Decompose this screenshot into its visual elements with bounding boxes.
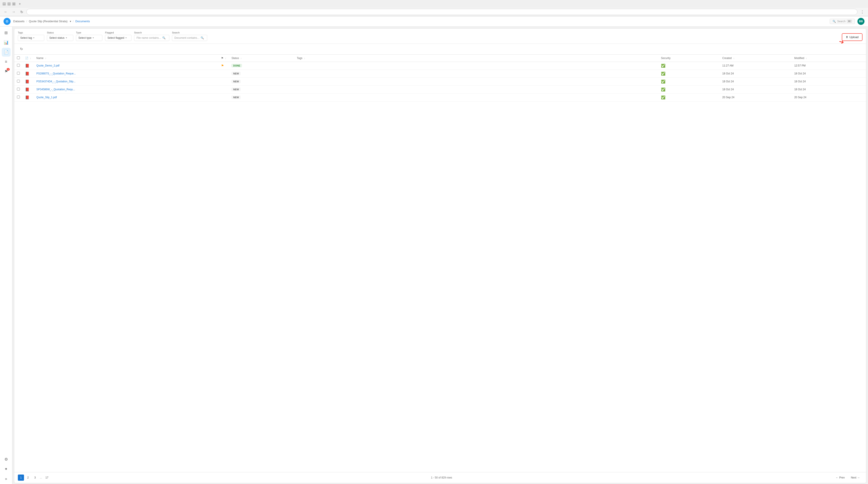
row-checkbox-0[interactable] [17,64,20,67]
security-check-4: ✅ [661,96,665,99]
status-badge-0: DONE [231,64,242,67]
file-link-4[interactable]: Quote_Slip_1.pdf [36,96,57,99]
window-minimize-btn[interactable]: — [3,2,6,5]
tags-select[interactable]: Select tag ▾ [18,35,44,41]
sparkle-icon: ✦ [4,466,8,472]
upload-button[interactable]: ⬆ Upload [842,33,863,41]
modified-date-4: 20 Sep 24 [794,96,806,99]
file-link-0[interactable]: Quote_Demo_2.pdf [36,64,59,67]
window-maximize-btn[interactable]: □ [7,2,10,5]
pagination-info: 1 - 50 of 829 rows [431,476,452,479]
status-select[interactable]: Select status ▾ [47,35,73,41]
pdf-icon-2: 📕 [25,80,30,84]
flag-col-icon: ⚑ [221,57,223,60]
status-label: Status [47,31,73,34]
sidebar-item-chart[interactable]: 📊 [2,38,10,47]
tags-select-value: Select tag [20,36,32,39]
user-avatar[interactable]: BB [858,18,865,25]
page-btn-3[interactable]: 3 [32,475,38,481]
refresh-button[interactable]: ↻ [18,46,25,53]
modified-date-3: 18 Oct 24 [794,88,806,91]
upload-label: Upload [849,35,859,39]
status-col-header[interactable]: Status ↕ [231,57,242,60]
document-search[interactable]: Document contains... 🔍 [172,35,207,41]
list-icon: ≡ [5,59,7,64]
status-filter-group: Status Select status ▾ [47,31,73,41]
sidebar-item-flag[interactable]: ⚑ 1 [2,67,10,76]
main-content-panel: Tags Select tag ▾ Status Select status ▾… [14,28,866,483]
flagged-select-value: Select flagged [107,36,124,39]
browser-menu-button[interactable]: ⋮ [859,9,865,15]
row-checkbox-4[interactable] [17,96,20,98]
sidebar-item-sparkle[interactable]: ✦ [2,465,10,474]
pdf-icon-3: 📕 [25,88,30,91]
modified-col-header[interactable]: Modified ↕ [794,57,807,60]
chart-icon: 📊 [4,40,8,45]
document-placeholder: Document contains... [175,36,199,39]
sidebar-item-settings[interactable]: ⚙ [2,455,10,464]
sidebar-item-list[interactable]: ≡ [2,58,10,66]
page-btn-1[interactable]: 1 [18,475,24,481]
breadcrumb: Datasets / Quote Slip (Residential Strat… [13,20,90,23]
breadcrumb-dropdown-btn[interactable]: ▾ [70,20,71,23]
tags-col-header[interactable]: Tags ↕ [297,57,305,60]
tags-chevron-icon: ▾ [33,36,34,39]
address-bar[interactable] [26,9,858,15]
next-page-button[interactable]: Next → [848,475,863,481]
security-check-0: ✅ [661,64,665,68]
filename-search-label: Search [134,31,169,34]
file-link-3[interactable]: SP34586W_-_Quotation_Requ... [36,88,75,91]
filetype-col-sort[interactable]: 📄 ↕ [25,57,31,60]
type-select-value: Select type [79,36,91,39]
tags-cell-2 [294,78,658,85]
type-select[interactable]: Select type ▾ [76,35,102,41]
status-select-value: Select status [49,36,64,39]
page-btn-2[interactable]: 2 [25,475,31,481]
created-date-3: 18 Oct 24 [722,88,734,91]
back-button[interactable]: ← [3,9,9,15]
modified-date-0: 12:57 PM [794,64,805,67]
document-search-group: Search Document contains... 🔍 [172,31,207,41]
security-col-header[interactable]: Security [661,57,671,60]
left-sidebar: ⊞ 📊 📄 ≡ ⚑ 1 ⚙ ✦ » [0,27,12,484]
tags-sort-icon: ↕ [304,57,305,59]
status-badge-3: NEW [231,88,241,91]
tags-cell-3 [294,85,658,93]
tags-cell-0 [294,62,658,69]
status-sort-icon: ↕ [241,57,242,59]
tags-filter-group: Tags Select tag ▾ [18,31,44,41]
select-all-checkbox[interactable] [17,56,20,59]
table-row: 📕 PS28807S_-_Quotation_Reque... NEW ✅ 18… [14,69,866,78]
new-tab-button[interactable]: + [17,1,23,7]
created-col-header[interactable]: Created ↕ [722,57,734,60]
row-checkbox-3[interactable] [17,88,20,91]
flagged-select[interactable]: Select flagged ▾ [105,35,131,41]
status-chevron-icon: ▾ [66,36,67,39]
forward-button[interactable]: → [10,9,17,15]
sidebar-item-expand[interactable]: » [2,474,10,483]
page-btn-17[interactable]: 17 [44,475,50,481]
row-checkbox-2[interactable] [17,80,20,83]
filter-bar: Tags Select tag ▾ Status Select status ▾… [14,29,866,44]
row-checkbox-1[interactable] [17,72,20,74]
sidebar-item-document[interactable]: 📄 [2,48,10,57]
refresh-browser-button[interactable]: ↻ [19,9,25,15]
document-search-label: Search [172,31,207,34]
status-badge-2: NEW [231,80,241,83]
file-link-2[interactable]: PS534374D4_-_Quotation_Slip... [36,80,75,83]
next-arrow-icon: → [857,476,860,479]
status-badge-1: NEW [231,72,241,75]
pdf-icon-4: 📕 [25,96,30,99]
filename-search[interactable]: File name contains... 🔍 [134,35,169,41]
modified-sort-icon: ↕ [806,57,807,59]
window-close-btn[interactable]: ✕ [12,2,16,5]
name-col-header[interactable]: Name ↕ [36,57,46,60]
prev-page-button[interactable]: ← Prev [833,475,847,481]
flag-col-header[interactable]: ⚑ ↕ [221,57,226,60]
breadcrumb-datasets[interactable]: Datasets [13,20,25,23]
page-numbers: 1 2 3 ... 17 [18,475,50,481]
breadcrumb-project[interactable]: Quote Slip (Residential Strata) [29,20,68,23]
sidebar-item-grid[interactable]: ⊞ [2,28,10,37]
topbar-search[interactable]: 🔍 Search ⌘/ [830,19,855,24]
file-link-1[interactable]: PS28807S_-_Quotation_Reque... [36,72,76,75]
